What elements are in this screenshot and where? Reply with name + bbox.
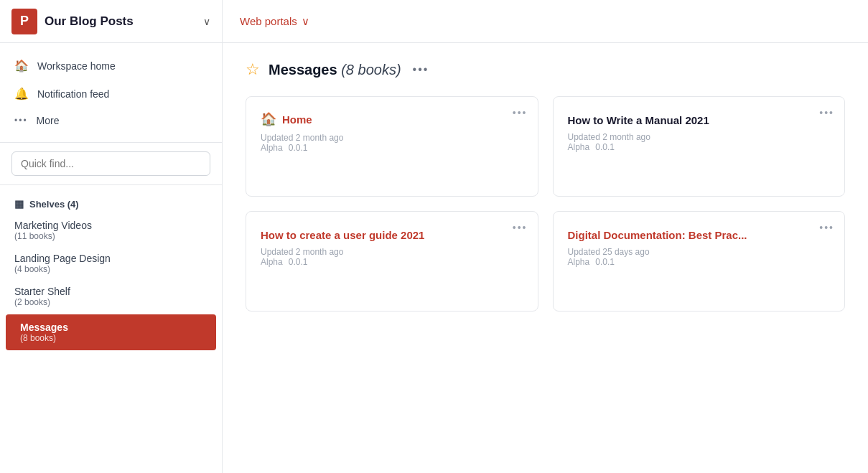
star-icon[interactable]: ☆ [246,60,260,79]
bell-icon: 🔔 [14,87,29,100]
card-tag-alpha: Alpha [261,143,283,153]
quick-find-input[interactable] [11,151,210,176]
card-tags: Alpha 0.0.1 [261,143,523,153]
shelf-count: (4 books) [14,264,207,274]
sidebar-item-label: Workspace home [37,60,116,72]
card-menu-button[interactable]: ••• [513,222,528,233]
card-menu-button[interactable]: ••• [819,107,834,118]
sidebar-item-notification-feed[interactable]: 🔔 Notification feed [0,80,222,108]
shelves-header: ▦ Shelves (4) [0,194,222,214]
content-area: ☆ Messages (8 books) ••• ••• 🏠 Home Upda… [223,43,868,473]
card-tag-version: 0.0.1 [595,257,615,267]
content-title: Messages (8 books) [269,62,401,78]
sidebar-item-label: Notification feed [37,88,109,100]
shelf-name: Landing Page Design [14,253,207,264]
web-portals-label: Web portals [240,15,297,27]
web-portals-nav[interactable]: Web portals ∨ [223,15,327,28]
shelf-name: Messages [20,322,202,333]
book-card: ••• Digital Documentation: Best Prac... … [553,211,846,312]
card-title: 🏠 Home [261,111,523,127]
sidebar-item-messages-active[interactable]: Messages (8 books) [6,314,216,350]
more-options-button[interactable]: ••• [413,63,429,76]
header: P Our Blog Posts ∨ Web portals ∨ [0,0,868,43]
book-card: ••• 🏠 Home Updated 2 month ago Alpha 0.0… [246,96,538,197]
card-tags: Alpha 0.0.1 [568,257,831,267]
card-title: Digital Documentation: Best Prac... [568,229,831,241]
card-tag-version: 0.0.1 [289,143,308,153]
card-menu-button[interactable]: ••• [513,107,528,118]
content-header: ☆ Messages (8 books) ••• [246,60,845,79]
ellipsis-icon: ••• [14,116,28,126]
card-tag-version: 0.0.1 [289,257,308,267]
card-updated: Updated 2 month ago [261,133,523,143]
card-tag-alpha: Alpha [568,257,590,267]
book-card: ••• How to Write a Manual 2021 Updated 2… [553,96,846,197]
books-grid: ••• 🏠 Home Updated 2 month ago Alpha 0.0… [246,96,845,312]
sidebar-item-marketing-videos[interactable]: Marketing Videos (11 books) [0,214,222,247]
card-menu-button[interactable]: ••• [819,222,834,233]
sidebar-nav: 🏠 Workspace home 🔔 Notification feed •••… [0,43,222,143]
card-tag-alpha: Alpha [568,142,590,152]
shelves-header-label: Shelves (4) [29,199,79,210]
sidebar-item-more[interactable]: ••• More [0,108,222,134]
main-layout: 🏠 Workspace home 🔔 Notification feed •••… [0,43,868,473]
web-portals-chevron-icon: ∨ [302,15,309,28]
shelf-name: Marketing Videos [14,220,207,231]
chevron-down-icon: ∨ [203,16,210,27]
shelf-name: Starter Shelf [14,286,207,297]
workspace-title: Our Blog Posts [45,14,134,29]
sidebar: 🏠 Workspace home 🔔 Notification feed •••… [0,43,223,473]
book-card: ••• How to create a user guide 2021 Upda… [246,211,538,312]
card-tag-version: 0.0.1 [595,142,615,152]
home-icon: 🏠 [14,59,29,72]
shelf-count: (11 books) [14,231,207,241]
home-icon: 🏠 [261,111,276,127]
card-updated: Updated 2 month ago [261,247,523,257]
card-title: How to Write a Manual 2021 [568,114,831,126]
shelves-section: ▦ Shelves (4) Marketing Videos (11 books… [0,185,222,360]
sidebar-item-workspace-home[interactable]: 🏠 Workspace home [0,52,222,80]
logo-icon: P [11,9,37,34]
card-title: How to create a user guide 2021 [261,229,523,241]
card-updated: Updated 25 days ago [568,247,831,257]
shelf-count: (2 books) [14,297,207,307]
quick-find-area [0,143,222,185]
sidebar-item-label: More [37,115,60,126]
card-tags: Alpha 0.0.1 [568,142,831,152]
card-tag-alpha: Alpha [261,257,283,267]
card-tags: Alpha 0.0.1 [261,257,523,267]
sidebar-item-starter-shelf[interactable]: Starter Shelf (2 books) [0,280,222,313]
sidebar-item-landing-page-design[interactable]: Landing Page Design (4 books) [0,247,222,280]
shelves-icon: ▦ [14,198,24,210]
shelf-count: (8 books) [20,333,202,343]
workspace-switcher[interactable]: P Our Blog Posts ∨ [0,0,223,42]
card-updated: Updated 2 month ago [568,132,831,142]
